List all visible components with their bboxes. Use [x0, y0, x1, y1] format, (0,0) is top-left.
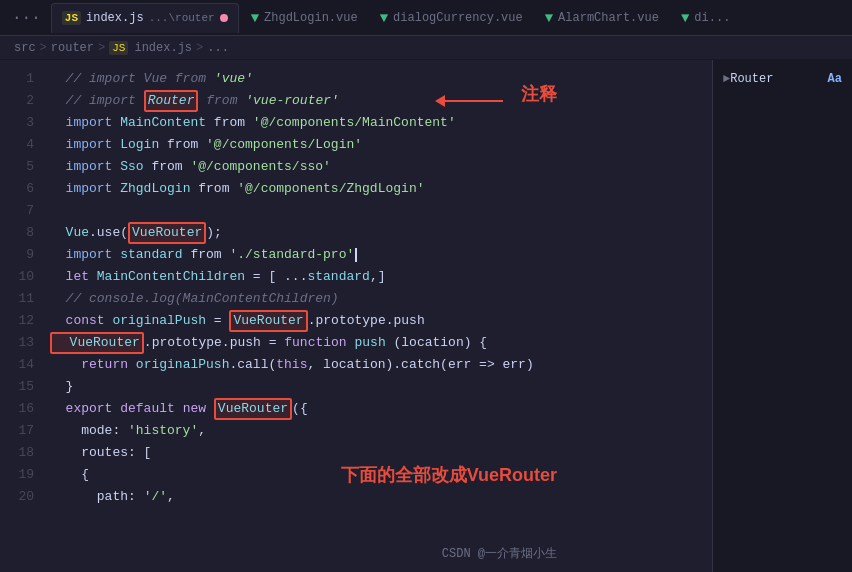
tab-label: dialogCurrency.vue — [393, 11, 523, 25]
tab-zhgdlogin[interactable]: ▼ ZhgdLogin.vue — [241, 3, 368, 33]
code-lines: // import Vue from 'vue' // import Route… — [42, 60, 712, 572]
tab-overflow-dots[interactable]: ··· — [4, 9, 49, 27]
code-line-9: import standard from './standard-pro' — [50, 244, 712, 266]
code-line-13: VueRouter.prototype.push = function push… — [50, 332, 712, 354]
tab-dialog-currency[interactable]: ▼ dialogCurrency.vue — [370, 3, 533, 33]
code-line-8: Vue.use(VueRouter); — [50, 222, 712, 244]
code-line-15: } — [50, 376, 712, 398]
tab-bar: ··· JS index.js ...\router ▼ ZhgdLogin.v… — [0, 0, 852, 36]
code-line-10: let MainContentChildren = [ ...standard,… — [50, 266, 712, 288]
code-line-18: routes: [ — [50, 442, 712, 464]
code-line-14: return originalPush.call(this, location)… — [50, 354, 712, 376]
tab-label: ZhgdLogin.vue — [264, 11, 358, 25]
tab-label: AlarmChart.vue — [558, 11, 659, 25]
code-container: 1 2 3 4 5 6 7 8 9 10 11 12 13 14 15 16 1… — [0, 60, 712, 572]
code-line-3: import MainContent from '@/components/Ma… — [50, 112, 712, 134]
js-icon: JS — [62, 11, 81, 25]
main-area: 1 2 3 4 5 6 7 8 9 10 11 12 13 14 15 16 1… — [0, 60, 852, 572]
aa-label: Aa — [828, 72, 842, 86]
code-line-16: export default new VueRouter({ — [50, 398, 712, 420]
tab-di[interactable]: ▼ di... — [671, 3, 740, 33]
tab-label: index.js — [86, 11, 144, 25]
breadcrumb-src: src — [14, 41, 36, 55]
code-text: // import Vue from 'vue' — [50, 68, 253, 90]
tab-label: di... — [694, 11, 730, 25]
tab-alarm-chart[interactable]: ▼ AlarmChart.vue — [535, 3, 669, 33]
code-line-19: { — [50, 464, 712, 486]
vue-icon: ▼ — [251, 10, 259, 26]
breadcrumb-router: router — [51, 41, 94, 55]
code-line-11: // console.log(MainContentChildren) — [50, 288, 712, 310]
code-line-20: path: '/', — [50, 486, 712, 508]
vue-icon: ▼ — [545, 10, 553, 26]
vue-icon: ▼ — [681, 10, 689, 26]
tab-sublabel: ...\router — [149, 12, 215, 24]
code-text: // import Router from 'vue-router' — [50, 90, 339, 112]
tab-index-js[interactable]: JS index.js ...\router — [51, 3, 239, 33]
breadcrumb: src > router > JS index.js > ... — [0, 36, 852, 60]
code-line-5: import Sso from '@/components/sso' — [50, 156, 712, 178]
breadcrumb-filename: index.js — [134, 41, 192, 55]
modified-dot — [220, 14, 228, 22]
panel-router-header[interactable]: ► Router Aa — [713, 68, 852, 90]
code-text: import — [50, 112, 120, 134]
code-line-7 — [50, 200, 712, 222]
code-line-2: // import Router from 'vue-router' — [50, 90, 712, 112]
breadcrumb-js-icon: JS — [109, 41, 128, 55]
code-line-4: import Login from '@/components/Login' — [50, 134, 712, 156]
router-label: Router — [730, 72, 773, 86]
vue-icon: ▼ — [380, 10, 388, 26]
chevron-right-icon: ► — [723, 72, 730, 86]
sidebar-panel: ► Router Aa — [712, 60, 852, 572]
code-line-6: import ZhgdLogin from '@/components/Zhgd… — [50, 178, 712, 200]
line-numbers: 1 2 3 4 5 6 7 8 9 10 11 12 13 14 15 16 1… — [0, 60, 42, 572]
code-line-12: const originalPush = VueRouter.prototype… — [50, 310, 712, 332]
editor-area[interactable]: 1 2 3 4 5 6 7 8 9 10 11 12 13 14 15 16 1… — [0, 60, 712, 572]
code-line-17: mode: 'history', — [50, 420, 712, 442]
breadcrumb-ellipsis: ... — [207, 41, 229, 55]
